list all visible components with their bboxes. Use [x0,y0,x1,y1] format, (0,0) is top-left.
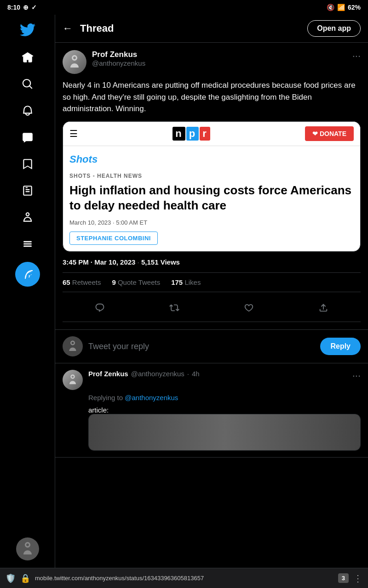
npr-top-bar: ☰ n p r ❤ DONATE [63,122,360,146]
battery-label: 62% [348,4,361,11]
reply-tweet-replying-to: Replying to @anthonyzenkus [63,393,361,403]
sidebar [0,15,55,568]
browser-bottom-bar: 🛡️ 🔒 mobile.twitter.com/anthonyzenkus/st… [0,568,368,588]
reply-tweet-timestamp: 4h [192,370,200,378]
tweet-more-button[interactable]: ··· [352,50,361,62]
tweet-user-row: Prof Zenkus @anthonyzenkus ··· [63,50,361,74]
tweet-timestamp: 3:45 PM · Mar 10, 2023 · 5,151 Views [63,258,361,266]
status-time-area: 8:10 ⊕ ✓ [7,4,37,11]
share-action-button[interactable] [313,298,334,318]
npr-section-header: Shots [63,146,360,168]
current-user-avatar [63,336,83,356]
status-icons-area: 🔇 📶 62% [327,4,361,11]
tweet-stats-row: 65 Retweets 9 Quote Tweets 175 Likes [63,272,361,292]
status-time: 8:10 [7,4,20,11]
compose-button[interactable] [15,262,40,287]
tweet-user-info: Prof Zenkus @anthonyzenkus [92,50,347,67]
status-icon-1: ⊕ [23,4,29,11]
reply-to-link[interactable]: @anthonyzenkus [125,394,178,401]
tweet-actions-row [63,294,361,322]
tweet-body-text: Nearly 4 in 10 Americans are putting off… [63,79,361,115]
reply-tweet-body: article: [63,406,361,414]
sidebar-item-profile[interactable] [15,205,40,230]
twitter-logo[interactable] [16,18,39,41]
status-bar: 8:10 ⊕ ✓ 🔇 📶 62% [0,0,368,15]
wifi-icon: 📶 [337,4,345,11]
quote-tweets-count[interactable]: 9 Quote Tweets [112,278,160,286]
reply-tweet-author-handle[interactable]: @anthonyzenkus [131,370,184,378]
reply-tweet-author-avatar[interactable] [63,370,83,390]
npr-logo: n p r [172,127,210,141]
tweet-author-handle[interactable]: @anthonyzenkus [92,59,347,67]
sidebar-item-notifications[interactable] [15,98,40,123]
browser-url[interactable]: mobile.twitter.com/anthonyzenkus/status/… [35,575,334,582]
status-icon-2: ✓ [31,4,37,11]
sidebar-item-home[interactable] [15,45,40,70]
npr-p: p [186,127,199,141]
tweet-author-avatar[interactable] [63,50,86,74]
npr-menu-icon[interactable]: ☰ [69,128,78,139]
sidebar-item-messages[interactable] [15,125,40,150]
page-title: Thread [80,23,300,34]
content-area: ← Thread Open app Prof Zenkus @anthonyze… [55,15,368,568]
like-action-button[interactable] [239,298,259,318]
back-button[interactable]: ← [63,23,73,34]
reply-tweet-author-name[interactable]: Prof Zenkus [88,370,128,378]
thread-header: ← Thread Open app [55,15,368,43]
article-image-preview [88,414,361,451]
reply-text-input[interactable]: Tweet your reply [88,342,315,351]
lock-icon: 🔒 [20,573,30,583]
npr-r: r [200,127,210,141]
tweet-author-name[interactable]: Prof Zenkus [92,50,347,59]
reply-tweet-time: · [187,370,189,378]
reply-input-row: Tweet your reply Reply [55,330,368,363]
retweet-action-button[interactable] [164,298,184,318]
npr-article-card[interactable]: ☰ n p r ❤ DONATE Shots SHOTS - HEALTH NE… [63,121,361,252]
open-app-button[interactable]: Open app [307,20,361,37]
retweets-count[interactable]: 65 Retweets [63,278,101,286]
reply-tweet-meta: Prof Zenkus @anthonyzenkus · 4h [88,370,347,378]
browser-tabs-count[interactable]: 3 [338,573,349,583]
security-icon: 🛡️ [6,573,16,583]
reply-submit-button[interactable]: Reply [320,338,361,355]
sidebar-item-bookmarks[interactable] [15,152,40,176]
reply-action-button[interactable] [90,298,110,318]
npr-section-title: Shots [69,153,98,165]
original-tweet: Prof Zenkus @anthonyzenkus ··· Nearly 4 … [55,43,368,330]
npr-article-date: March 10, 2023 · 5:00 AM ET [63,217,360,228]
npr-donate-button[interactable]: ❤ DONATE [305,126,354,141]
npr-article-headline: High inflation and housing costs force A… [63,179,360,218]
reply-tweet-more-button[interactable]: ··· [352,370,361,382]
likes-count[interactable]: 175 Likes [171,278,201,286]
sidebar-item-more[interactable] [15,232,40,256]
npr-n: n [172,127,185,141]
npr-news-label: SHOTS - HEALTH NEWS [63,173,360,179]
reply-tweet-item: Prof Zenkus @anthonyzenkus · 4h ··· Repl… [55,363,368,458]
reply-tweet-user-row: Prof Zenkus @anthonyzenkus · 4h ··· [63,370,361,390]
user-avatar[interactable] [16,537,39,560]
browser-more-button[interactable]: ⋮ [353,573,362,584]
sidebar-item-lists[interactable] [15,178,40,203]
sidebar-item-search[interactable] [15,72,40,96]
npr-author-tag[interactable]: STEPHANIE COLOMBINI [69,232,158,245]
mute-icon: 🔇 [327,4,334,11]
